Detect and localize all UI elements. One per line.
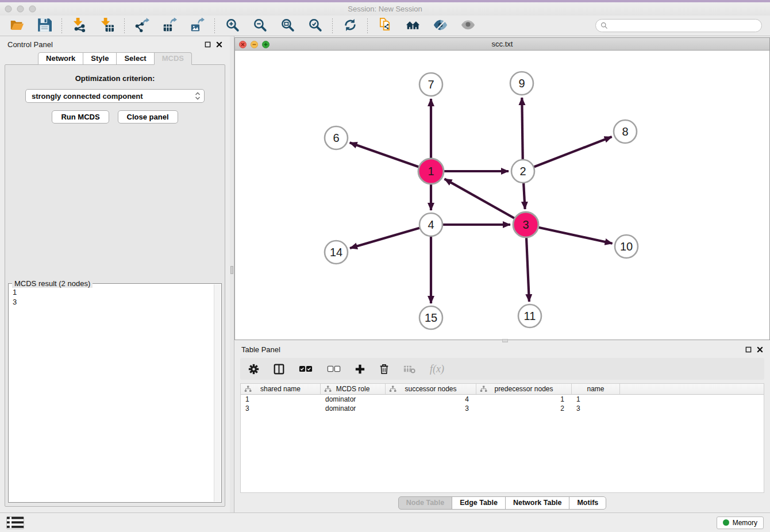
column-label: shared name [260, 385, 301, 393]
close-network-icon[interactable] [239, 40, 247, 48]
fx-button[interactable]: f(x) [430, 363, 444, 375]
search-box[interactable] [595, 19, 762, 32]
close-panel-icon[interactable] [216, 41, 222, 48]
table-cell[interactable]: 3 [386, 404, 476, 413]
column-header-name[interactable]: name [572, 384, 620, 394]
toolbar-separator [332, 18, 333, 33]
node-8[interactable]: 8 [614, 120, 637, 143]
tab-node-table[interactable]: Node Table [398, 496, 452, 510]
delete-column-button[interactable] [379, 364, 389, 375]
close-window-icon[interactable] [5, 5, 12, 12]
add-column-button[interactable] [355, 364, 365, 374]
zoom-out-button[interactable] [251, 17, 268, 34]
tab-network-table[interactable]: Network Table [505, 496, 570, 510]
open-session-button[interactable] [8, 17, 25, 34]
export-table-button[interactable] [161, 17, 178, 34]
run-mcds-button[interactable]: Run MCDS [52, 110, 109, 124]
tab-edge-table[interactable]: Edge Table [452, 496, 506, 510]
node-label: 14 [330, 246, 342, 259]
new-network-from-selection-button[interactable] [376, 17, 394, 34]
network-window-controls[interactable] [239, 40, 270, 48]
table-cell[interactable]: 1 [476, 395, 572, 403]
table-cell[interactable]: 4 [386, 395, 476, 403]
close-panel-button[interactable]: Close panel [118, 110, 178, 124]
tab-select[interactable]: Select [116, 52, 154, 65]
zoom-in-button[interactable] [224, 17, 241, 34]
memory-button[interactable]: Memory [717, 516, 764, 529]
minimize-window-icon[interactable] [17, 5, 24, 12]
column-header-successor-nodes[interactable]: successor nodes [386, 384, 476, 394]
node-11[interactable]: 11 [518, 304, 541, 327]
splitter-grip[interactable] [230, 266, 233, 274]
node-7[interactable]: 7 [419, 73, 442, 96]
apply-layout-button[interactable] [341, 17, 359, 34]
edge-2-8[interactable] [523, 137, 612, 171]
export-image-icon [190, 18, 205, 34]
float-table-panel-icon[interactable] [745, 346, 752, 353]
edge-4-14[interactable] [350, 225, 431, 248]
tab-mcds[interactable]: MCDS [154, 52, 192, 65]
horizontal-splitter-grip[interactable] [502, 339, 508, 342]
panel-splitter[interactable] [230, 36, 234, 512]
tab-style[interactable]: Style [83, 52, 117, 65]
hide-selected-button[interactable] [432, 17, 449, 34]
import-network-button[interactable] [71, 17, 88, 34]
criterion-select[interactable]: strongly connected component [25, 89, 205, 103]
horizontal-splitter[interactable] [234, 340, 770, 342]
panel-toggle-button[interactable] [6, 516, 24, 529]
tab-motifs[interactable]: Motifs [569, 496, 606, 510]
network-window-titlebar[interactable]: scc.txt [235, 38, 769, 51]
deselect-all-button[interactable] [327, 365, 341, 373]
column-header-MCDS-role[interactable]: MCDS role [321, 384, 386, 394]
maximize-window-icon[interactable] [29, 5, 36, 12]
node-14[interactable]: 14 [325, 241, 348, 264]
table-cell[interactable]: 1 [241, 395, 321, 403]
tab-network[interactable]: Network [38, 52, 83, 65]
close-table-panel-icon[interactable] [757, 346, 763, 353]
node-4[interactable]: 4 [419, 213, 442, 236]
minimize-network-icon[interactable] [251, 40, 258, 48]
float-panel-icon[interactable] [205, 41, 211, 48]
columns-button[interactable] [274, 364, 284, 375]
table-cell[interactable]: 3 [572, 404, 620, 413]
table-cell[interactable]: 3 [241, 404, 321, 413]
edge-3-1[interactable] [445, 179, 526, 225]
node-15[interactable]: 15 [419, 306, 442, 329]
right-column: scc.txt 7968124314101511 Table Panel f(x… [234, 36, 770, 512]
memory-status-icon [723, 519, 729, 526]
node-2[interactable]: 2 [511, 160, 534, 183]
column-header-shared-name[interactable]: shared name [241, 384, 321, 394]
table-cell[interactable]: dominator [321, 404, 386, 413]
settings-button[interactable] [248, 364, 259, 375]
delete-table-button[interactable] [403, 364, 415, 373]
table-cell[interactable]: 2 [476, 404, 572, 413]
table-row[interactable]: 3dominator323 [241, 404, 764, 413]
window-controls[interactable] [5, 5, 36, 12]
export-image-button[interactable] [188, 17, 206, 34]
result-scrollbar[interactable] [214, 284, 221, 502]
node-9[interactable]: 9 [510, 72, 533, 95]
column-header-predecessor-nodes[interactable]: predecessor nodes [476, 384, 572, 394]
maximize-network-icon[interactable] [262, 40, 270, 48]
node-1[interactable]: 1 [418, 159, 444, 184]
export-network-button[interactable] [133, 17, 151, 34]
show-all-button[interactable] [459, 17, 476, 34]
search-input[interactable] [611, 22, 757, 30]
node-3[interactable]: 3 [513, 212, 538, 237]
select-all-button[interactable] [299, 365, 313, 373]
table-cell[interactable]: dominator [321, 395, 386, 403]
zoom-fit-button[interactable] [279, 17, 296, 34]
import-table-button[interactable] [98, 17, 116, 34]
export-network-icon [135, 18, 149, 34]
first-neighbors-button[interactable] [404, 17, 421, 34]
zoom-selected-button[interactable] [306, 17, 324, 34]
mcds-result-item: 1 [13, 287, 218, 297]
save-session-button[interactable] [36, 17, 53, 34]
table-cell[interactable]: 1 [572, 395, 620, 403]
table-row[interactable]: 1dominator411 [241, 395, 764, 404]
node-table[interactable]: shared nameMCDS rolesuccessor nodesprede… [240, 383, 764, 493]
node-label: 6 [333, 132, 339, 144]
network-canvas[interactable]: 7968124314101511 [235, 51, 769, 340]
node-6[interactable]: 6 [325, 126, 348, 149]
node-10[interactable]: 10 [615, 235, 638, 258]
